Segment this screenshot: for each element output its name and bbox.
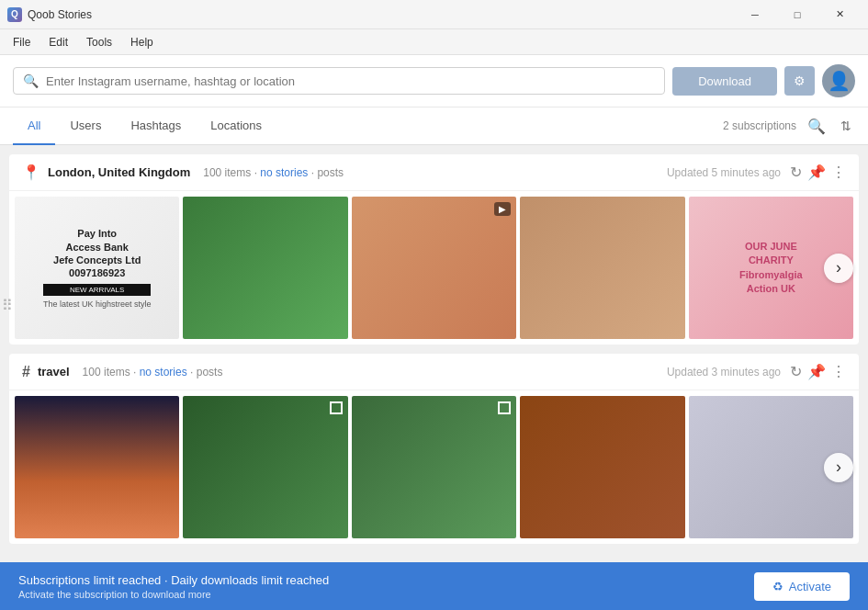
travel-img-1[interactable]	[15, 396, 179, 538]
promo-sub: The latest UK highstreet style	[43, 299, 152, 309]
search-filter-icon: 🔍	[807, 119, 826, 134]
london-img-4[interactable]	[520, 197, 684, 339]
london-items-count: 100 items	[203, 166, 251, 179]
notification-subtitle: Activate the subscription to download mo…	[18, 589, 329, 600]
tab-hashtags[interactable]: Hashtags	[116, 107, 196, 145]
london-posts: posts	[317, 166, 344, 179]
hashtag-icon: #	[22, 364, 30, 380]
travel-title: travel	[38, 365, 70, 378]
more-icon-travel[interactable]: ⋮	[831, 363, 846, 380]
london-img-3[interactable]: ▶	[352, 197, 516, 339]
multi-icon-1	[330, 401, 343, 414]
pink-line3: Fibromyalgia	[739, 268, 802, 282]
promo-line1: Pay Into	[43, 227, 152, 240]
london-title: London, United Kingdom	[48, 165, 190, 179]
filter-button[interactable]: ⚙	[784, 66, 815, 96]
section-london: ⠿ 📍 London, United Kingdom 100 items · n…	[9, 154, 859, 345]
sort-icon: ⇅	[840, 119, 851, 133]
london-dot: ·	[254, 166, 257, 179]
london-img-2[interactable]	[183, 197, 347, 339]
notification-text: Subscriptions limit reached · Daily down…	[18, 573, 329, 600]
promo-badge: NEW ARRIVALS	[43, 284, 152, 296]
london-meta: 100 items · no stories · posts	[203, 166, 344, 179]
notification-title: Subscriptions limit reached · Daily down…	[18, 573, 329, 587]
pink-line4: Action UK	[739, 282, 802, 296]
video-icon: ▶	[499, 204, 506, 214]
main-content: ⠿ 📍 London, United Kingdom 100 items · n…	[0, 145, 868, 560]
london-image-grid: Pay Into Access Bank Jefe Concepts Ltd 0…	[9, 191, 859, 345]
travel-posts: posts	[197, 366, 223, 378]
london-updated: Updated 5 minutes ago	[667, 166, 781, 179]
app-title: Qoob Stories	[28, 8, 92, 21]
menu-tools[interactable]: Tools	[77, 32, 121, 52]
download-button[interactable]: Download	[672, 67, 777, 96]
promo-line2: Access Bank	[43, 241, 152, 254]
london-img-1[interactable]: Pay Into Access Bank Jefe Concepts Ltd 0…	[15, 197, 179, 339]
travel-header-left: # travel 100 items · no stories · posts	[22, 364, 667, 380]
travel-updated: Updated 3 minutes ago	[667, 366, 781, 378]
multi-icon-2	[498, 401, 511, 414]
avatar[interactable]: 👤	[822, 64, 855, 97]
search-icon: 🔍	[23, 73, 39, 88]
refresh-icon-london[interactable]: ↻	[790, 164, 802, 181]
promo-line4: 0097186923	[43, 266, 152, 279]
close-button[interactable]: ✕	[818, 0, 861, 29]
travel-actions: ↻ 📌 ⋮	[790, 363, 846, 380]
filter-icon: ⚙	[794, 73, 806, 88]
sort-button[interactable]: ⇅	[837, 114, 855, 138]
section-travel: ⠿ # travel 100 items · no stories · post…	[9, 354, 859, 544]
travel-dot: ·	[133, 366, 136, 378]
activate-icon: ♻	[772, 580, 783, 593]
pink-line1: OUR JUNE	[739, 240, 802, 254]
maximize-button[interactable]: □	[776, 0, 818, 29]
search-filter-button[interactable]: 🔍	[804, 114, 829, 139]
subscriptions-count: 2 subscriptions	[723, 119, 796, 132]
travel-img-2[interactable]	[183, 396, 347, 538]
travel-img-4[interactable]	[520, 396, 684, 538]
location-icon: 📍	[22, 164, 40, 181]
activate-label: Activate	[789, 580, 831, 593]
activate-button[interactable]: ♻ Activate	[754, 572, 850, 601]
search-input[interactable]	[46, 74, 655, 88]
london-actions: ↻ 📌 ⋮	[790, 164, 846, 181]
travel-items-count: 100 items	[83, 366, 130, 378]
london-header: ⠿ 📍 London, United Kingdom 100 items · n…	[9, 154, 859, 191]
video-badge: ▶	[494, 202, 511, 216]
travel-image-grid: ›	[9, 390, 859, 544]
travel-header: ⠿ # travel 100 items · no stories · post…	[9, 354, 859, 390]
tab-users[interactable]: Users	[55, 107, 116, 145]
tab-locations[interactable]: Locations	[196, 107, 276, 145]
tabs-right: 2 subscriptions 🔍 ⇅	[723, 114, 855, 139]
tabs: All Users Hashtags Locations	[13, 107, 276, 144]
tab-all[interactable]: All	[13, 107, 55, 145]
minimize-button[interactable]: ─	[734, 0, 776, 29]
promo-line3: Jefe Concepts Ltd	[43, 254, 152, 266]
pink-line2: CHARITY	[739, 254, 802, 267]
travel-meta: 100 items · no stories · posts	[83, 366, 223, 378]
london-no-stories[interactable]: no stories	[260, 166, 308, 179]
pink-card-text: OUR JUNE CHARITY Fibromyalgia Action UK	[739, 240, 802, 297]
pin-icon-travel[interactable]: 📌	[807, 363, 826, 380]
travel-img-3[interactable]	[352, 396, 516, 538]
toolbar: 🔍 Download ⚙ 👤	[0, 55, 868, 107]
london-nav-right[interactable]: ›	[824, 254, 853, 283]
tabs-bar: All Users Hashtags Locations 2 subscript…	[0, 107, 868, 145]
travel-no-stories[interactable]: no stories	[140, 366, 187, 378]
menu-edit[interactable]: Edit	[39, 32, 77, 52]
london-dot2: ·	[311, 166, 314, 179]
app-icon: Q	[7, 7, 22, 22]
search-box[interactable]: 🔍	[13, 67, 665, 95]
title-bar: Q Qoob Stories ─ □ ✕	[0, 0, 868, 29]
menu-help[interactable]: Help	[121, 32, 163, 52]
pin-icon-london[interactable]: 📌	[807, 164, 826, 181]
menu-bar: File Edit Tools Help	[0, 29, 868, 55]
travel-dot2: ·	[190, 366, 193, 378]
more-icon-london[interactable]: ⋮	[831, 164, 846, 181]
refresh-icon-travel[interactable]: ↻	[790, 363, 802, 380]
menu-file[interactable]: File	[4, 32, 39, 52]
notification-bar: Subscriptions limit reached · Daily down…	[0, 562, 868, 610]
travel-nav-right[interactable]: ›	[824, 453, 853, 482]
london-header-left: 📍 London, United Kingdom 100 items · no …	[22, 164, 667, 181]
